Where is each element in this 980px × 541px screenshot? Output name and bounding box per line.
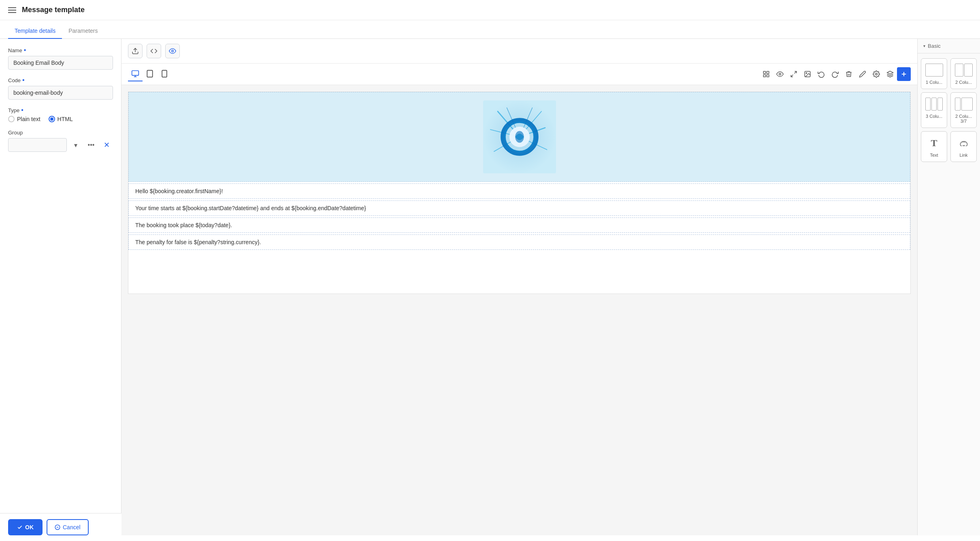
text-block-icon-wrap: T	[925, 136, 943, 150]
editor-toolbar-top	[121, 39, 917, 64]
block-3col[interactable]: 3 Colu...	[921, 92, 947, 128]
radio-html[interactable]: HTML	[49, 116, 73, 122]
group-field-group: Group ▾ ••• ✕	[8, 130, 113, 152]
hamburger-icon[interactable]	[8, 7, 16, 13]
group-clear-button[interactable]: ✕	[100, 138, 113, 151]
radio-html-label: HTML	[58, 116, 73, 122]
tabs-bar: Template details Parameters	[0, 23, 980, 39]
tab-parameters[interactable]: Parameters	[62, 23, 104, 39]
center-panel: Hello ${booking.creator.firstName}! Your…	[121, 39, 917, 535]
redo-button[interactable]	[828, 67, 842, 81]
preview-button[interactable]	[165, 44, 180, 58]
radio-html-circle	[49, 116, 55, 122]
code-button[interactable]	[147, 44, 161, 58]
svg-point-33	[515, 131, 524, 143]
text-block-3[interactable]: The booking took place ${today?date}.	[128, 217, 910, 233]
image-block[interactable]	[128, 92, 910, 182]
svg-rect-2	[132, 71, 139, 76]
name-label: Name •	[8, 47, 113, 53]
group-more-button[interactable]: •••	[85, 138, 98, 151]
link-icon-wrap	[955, 136, 973, 150]
editor-device-bar	[121, 64, 917, 85]
upload-button[interactable]	[128, 44, 143, 58]
block-2col[interactable]: 2 Colu...	[950, 58, 977, 89]
svg-point-1	[172, 50, 174, 52]
image-button[interactable]	[801, 67, 814, 81]
code-required-dot: •	[22, 77, 25, 83]
pen-button[interactable]	[856, 67, 869, 81]
group-row: ▾ ••• ✕	[8, 138, 113, 152]
type-label: Type •	[8, 107, 113, 113]
svg-point-13	[779, 73, 781, 75]
name-input[interactable]	[8, 56, 113, 70]
delete-button[interactable]	[842, 67, 856, 81]
block-1col[interactable]: 1 Colu...	[921, 58, 947, 89]
block-3col-label: 3 Colu...	[926, 114, 942, 119]
device-desktop-button[interactable]	[128, 67, 143, 81]
2col-icon	[955, 63, 973, 77]
fullscreen-button[interactable]	[787, 67, 801, 81]
svg-line-14	[795, 71, 797, 73]
type-radio-group: Plain text HTML	[8, 116, 113, 122]
block-1col-label: 1 Colu...	[926, 80, 942, 85]
2col37-icon	[955, 97, 973, 111]
tab-template-details[interactable]: Template details	[8, 23, 62, 39]
block-link[interactable]: Link	[950, 131, 977, 162]
1col-icon	[925, 63, 943, 77]
right-panel-title: Basic	[928, 43, 941, 49]
3col-icon	[925, 97, 943, 111]
block-text[interactable]: T Text	[921, 131, 947, 162]
text-block-1[interactable]: Hello ${booking.creator.firstName}!	[128, 183, 910, 199]
text-block-4[interactable]: The penalty for false is ${penalty?strin…	[128, 234, 910, 250]
undo-button[interactable]	[814, 67, 828, 81]
link-icon	[959, 138, 969, 148]
eye-button[interactable]	[773, 67, 787, 81]
name-required-dot: •	[24, 47, 26, 53]
svg-point-18	[876, 73, 878, 75]
svg-rect-12	[767, 75, 769, 77]
svg-rect-11	[763, 75, 765, 77]
radio-plain-text-label: Plain text	[17, 116, 40, 122]
main-layout: Name • Code • Type • Plain text	[0, 39, 980, 535]
editor-canvas: Hello ${booking.creator.firstName}! Your…	[121, 85, 917, 535]
code-label: Code •	[8, 77, 113, 83]
right-panel: ▾ Basic 1 Colu...	[917, 39, 980, 535]
type-required-dot: •	[21, 107, 23, 113]
text-block-2[interactable]: Your time starts at ${booking.startDate?…	[128, 200, 910, 216]
block-2col-label: 2 Colu...	[955, 80, 972, 85]
name-field-group: Name •	[8, 47, 113, 70]
radio-plain-text[interactable]: Plain text	[8, 116, 40, 122]
add-button[interactable]	[897, 67, 911, 81]
block-link-label: Link	[959, 153, 967, 158]
radio-plain-text-circle	[8, 116, 15, 122]
svg-line-15	[791, 75, 793, 77]
svg-rect-9	[763, 71, 765, 73]
device-mobile-button[interactable]	[157, 67, 172, 81]
ok-button[interactable]: OK	[8, 519, 43, 535]
block-text-label: Text	[930, 153, 938, 158]
code-input[interactable]	[8, 86, 113, 100]
blocks-grid: 1 Colu... 2 Colu...	[918, 53, 980, 167]
device-tablet-button[interactable]	[143, 67, 157, 81]
app-title: Message template	[22, 6, 85, 14]
bottom-bar: OK Cancel	[0, 513, 121, 541]
block-2col37-label: 2 Colu... 3/7	[953, 114, 974, 124]
settings-button[interactable]	[869, 67, 883, 81]
block-2col37[interactable]: 2 Colu... 3/7	[950, 92, 977, 128]
type-field-group: Type • Plain text HTML	[8, 107, 113, 122]
svg-rect-10	[767, 71, 769, 73]
right-panel-header: ▾ Basic	[918, 39, 980, 53]
select-mode-button[interactable]	[759, 67, 773, 81]
group-chevron-down-button[interactable]: ▾	[69, 138, 82, 151]
svg-marker-19	[887, 71, 893, 75]
group-select[interactable]	[8, 138, 67, 152]
app-header: Message template	[0, 0, 980, 20]
svg-point-17	[806, 72, 807, 73]
left-panel: Name • Code • Type • Plain text	[0, 39, 121, 535]
layers-button[interactable]	[883, 67, 897, 81]
code-field-group: Code •	[8, 77, 113, 100]
group-label: Group	[8, 130, 113, 136]
chevron-down-icon: ▾	[923, 44, 925, 48]
cancel-button[interactable]: Cancel	[47, 519, 89, 535]
canvas-inner: Hello ${booking.creator.firstName}! Your…	[128, 92, 911, 294]
